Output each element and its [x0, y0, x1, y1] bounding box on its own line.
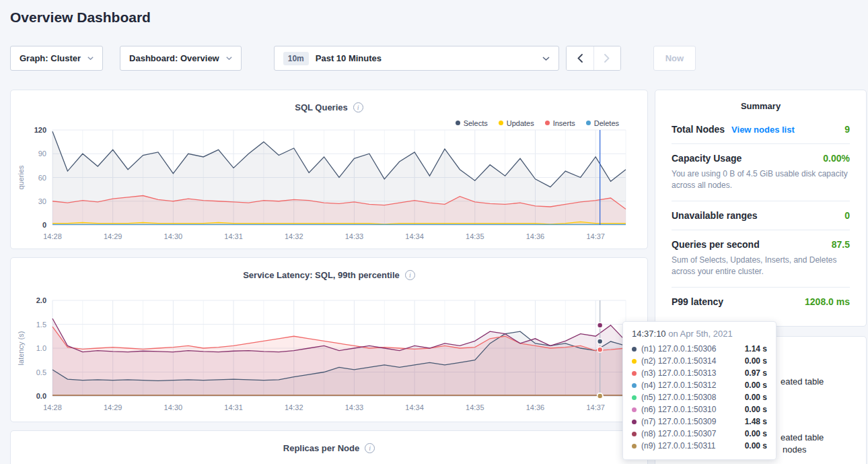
legend-item-inserts[interactable]: Inserts — [545, 119, 575, 127]
tooltip-node-label: (n4) 127.0.0.1:50312 — [641, 380, 716, 390]
legend-dot-icon — [545, 121, 550, 125]
tooltip-node-label: (n7) 127.0.0.1:50309 — [641, 417, 716, 426]
svg-text:120: 120 — [34, 127, 46, 134]
series-dot-icon — [632, 395, 637, 400]
time-range-label: Past 10 Minutes — [316, 53, 382, 63]
tooltip-row: (n9) 127.0.0.1:503110.00 s — [632, 440, 767, 452]
series-dot-icon — [632, 359, 637, 364]
chevron-down-icon — [87, 57, 94, 60]
chevron-right-icon — [604, 54, 610, 63]
svg-text:90: 90 — [38, 150, 46, 158]
tooltip-timestamp: 14:37:10 on Apr 5th, 2021 — [632, 329, 767, 339]
view-nodes-list-link[interactable]: View nodes list — [731, 125, 795, 135]
sql-latency-chart-card: Service Latency: SQL, 99th percentile i … — [10, 257, 648, 422]
svg-text:14:30: 14:30 — [164, 403, 183, 411]
sql-queries-chart-title: SQL Queries — [295, 102, 348, 112]
tooltip-node-value: 0.00 s — [745, 356, 767, 366]
dashboard-dropdown[interactable]: Dashboard: Overview — [120, 46, 242, 71]
legend-item-updates[interactable]: Updates — [499, 119, 534, 127]
svg-text:14:35: 14:35 — [466, 403, 484, 411]
replicas-chart-title: Replicas per Node — [283, 443, 359, 453]
overview-dashboard-page: Overview Dashboard Graph: Cluster Dashbo… — [0, 0, 868, 464]
tooltip-row: (n7) 127.0.0.1:503091.48 s — [632, 416, 767, 428]
tooltip-node-value: 0.00 s — [745, 393, 767, 402]
series-dot-icon — [632, 371, 637, 376]
event-item-fragment: eated table — [781, 376, 824, 387]
event-item-fragment: nodes — [783, 444, 806, 455]
time-range-dropdown[interactable]: 10m Past 10 Minutes — [274, 46, 559, 71]
sql-latency-chart-title: Service Latency: SQL, 99th percentile — [243, 270, 400, 280]
tooltip-row: (n1) 127.0.0.1:503061.14 s — [632, 343, 767, 355]
svg-text:14:29: 14:29 — [104, 403, 122, 411]
tooltip-node-label: (n3) 127.0.0.1:50313 — [641, 368, 716, 378]
svg-text:2.0: 2.0 — [36, 298, 46, 304]
legend-item-selects[interactable]: Selects — [456, 119, 488, 127]
tooltip-node-label: (n5) 127.0.0.1:50308 — [641, 393, 716, 402]
dashboard-dropdown-label: Dashboard: Overview — [129, 53, 219, 63]
tooltip-node-value: 1.48 s — [745, 417, 767, 426]
svg-text:14:34: 14:34 — [405, 232, 424, 240]
tooltip-rows: (n1) 127.0.0.1:503061.14 s(n2) 127.0.0.1… — [632, 343, 767, 452]
summary-label: Total Nodes — [672, 124, 725, 135]
svg-text:14:36: 14:36 — [526, 403, 545, 411]
summary-label: Capacity Usage — [672, 153, 742, 164]
svg-text:1.5: 1.5 — [36, 321, 46, 329]
chevron-down-icon — [226, 57, 232, 60]
summary-rows: Total NodesView nodes list9Capacity Usag… — [672, 115, 850, 316]
summary-description: Sum of Selects, Updates, Inserts, and De… — [672, 255, 850, 278]
tooltip-row: (n5) 127.0.0.1:503080.00 s — [632, 391, 767, 403]
toolbar: Graph: Cluster Dashboard: Overview 10m P… — [10, 46, 868, 71]
time-step-buttons — [566, 46, 621, 71]
svg-text:14:32: 14:32 — [285, 403, 303, 411]
tooltip-node-label: (n6) 127.0.0.1:50310 — [641, 405, 716, 414]
next-time-button[interactable] — [593, 46, 620, 70]
summary-panel: Summary Total NodesView nodes list9Capac… — [655, 90, 867, 327]
svg-text:0.0: 0.0 — [36, 392, 46, 400]
sql-latency-plot[interactable]: 0.00.51.01.52.0latency (s)14:2814:2914:3… — [15, 298, 643, 416]
summary-row-p99-latency: P99 latency1208.0 ms — [672, 288, 850, 316]
summary-label: P99 latency — [672, 296, 723, 307]
info-icon[interactable]: i — [405, 270, 415, 280]
svg-text:14:31: 14:31 — [224, 232, 243, 240]
now-button[interactable]: Now — [653, 46, 696, 71]
svg-text:queries: queries — [17, 165, 25, 190]
summary-row-total-nodes: Total NodesView nodes list9 — [672, 115, 850, 144]
summary-description: You are using 0 B of 4.5 GiB usable disk… — [672, 168, 850, 192]
series-dot-icon — [632, 420, 637, 424]
info-icon[interactable]: i — [365, 443, 375, 453]
info-icon[interactable]: i — [353, 102, 363, 112]
svg-text:14:34: 14:34 — [405, 403, 424, 411]
graph-dropdown-label: Graph: Cluster — [20, 53, 81, 63]
prev-time-button[interactable] — [567, 46, 593, 70]
svg-text:14:32: 14:32 — [285, 232, 303, 240]
tooltip-row: (n2) 127.0.0.1:503140.00 s — [632, 355, 767, 367]
tooltip-node-label: (n9) 127.0.0.1:50311 — [641, 441, 716, 451]
chevron-down-icon — [542, 57, 550, 61]
sql-queries-legend: SelectsUpdatesInsertsDeletes — [15, 119, 619, 127]
page-title: Overview Dashboard — [10, 9, 868, 26]
summary-label: Queries per second — [672, 239, 760, 250]
tooltip-node-value: 0.97 s — [745, 368, 767, 378]
summary-row-capacity-usage: Capacity Usage0.00%You are using 0 B of … — [672, 144, 850, 201]
legend-label: Deletes — [594, 119, 619, 127]
svg-text:14:35: 14:35 — [466, 232, 484, 240]
tooltip-node-value: 1.14 s — [745, 344, 767, 354]
tooltip-node-value: 0.00 s — [745, 429, 767, 438]
legend-label: Updates — [507, 119, 534, 127]
legend-dot-icon — [456, 121, 460, 125]
time-range-badge: 10m — [283, 52, 309, 65]
series-dot-icon — [632, 383, 637, 388]
summary-label: Unavailable ranges — [672, 210, 758, 221]
replicas-chart-card: Replicas per Node i — [10, 430, 648, 464]
sql-queries-plot[interactable]: 0306090120queries14:2814:2914:3014:3114:… — [15, 127, 643, 243]
tooltip-node-label: (n1) 127.0.0.1:50306 — [641, 344, 716, 354]
graph-scope-dropdown[interactable]: Graph: Cluster — [10, 46, 103, 71]
svg-text:14:37: 14:37 — [586, 232, 605, 240]
legend-item-deletes[interactable]: Deletes — [586, 119, 619, 127]
series-dot-icon — [632, 347, 637, 352]
svg-text:latency (s): latency (s) — [17, 331, 25, 366]
tooltip-row: (n8) 127.0.0.1:503070.00 s — [632, 428, 767, 440]
summary-value: 1208.0 ms — [805, 296, 850, 307]
summary-row-unavailable-ranges: Unavailable ranges0 — [672, 201, 850, 230]
svg-text:60: 60 — [38, 174, 46, 182]
